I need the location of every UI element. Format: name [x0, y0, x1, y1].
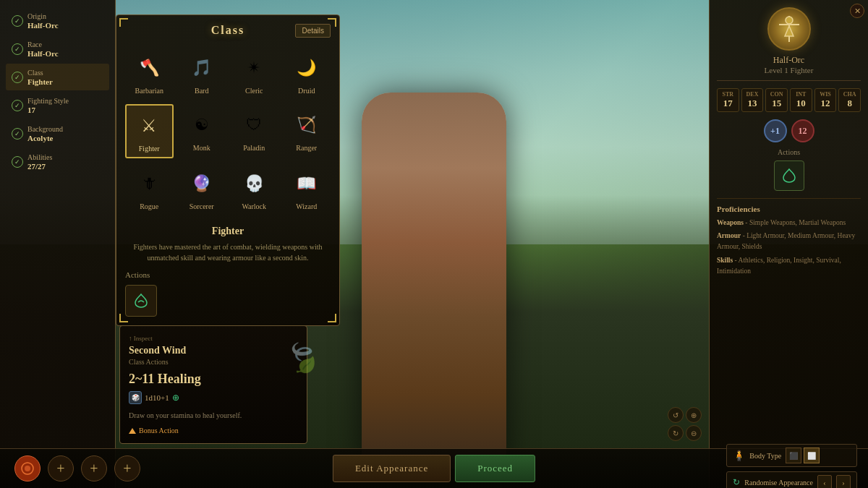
fighter-label: Fighter: [139, 145, 160, 153]
camera-btn-1[interactable]: ↺: [668, 407, 684, 423]
sorcerer-icon: 🔮: [186, 168, 218, 200]
wis-label: WIS: [820, 91, 831, 98]
tooltip-dice-row: 🎲 1d10+1 ⊕: [129, 391, 298, 404]
nav-item-race[interactable]: ✓ Race Half-Orc: [6, 35, 109, 62]
barbarian-icon: 🪓: [133, 52, 165, 84]
class-item-barbarian[interactable]: 🪓 Barbarian: [125, 47, 174, 100]
fighting-value: 17: [27, 106, 69, 114]
plus-btn-3[interactable]: +: [114, 455, 140, 481]
skills-label: Skills: [717, 257, 733, 264]
nav-item-origin[interactable]: ✓ Origin Half-Orc: [6, 7, 109, 34]
body-switch-btn-2[interactable]: ⬜: [804, 448, 820, 463]
race-value: Half-Orc: [27, 49, 59, 58]
main-menu-btn[interactable]: [14, 455, 41, 481]
randomise-label: Randomise Appearance: [744, 479, 813, 487]
char-class-title: Level 1 Fighter: [765, 66, 814, 74]
camera-btn-4[interactable]: ⊖: [686, 425, 702, 441]
corner-decoration-tl: [119, 18, 128, 27]
proficiencies-section: Proficiencies Weapons - Simple Weapons, …: [717, 198, 861, 277]
cleric-label: Cleric: [245, 87, 263, 95]
class-item-monk[interactable]: ☯ Monk: [178, 104, 226, 158]
stat-int: INT 10: [790, 88, 812, 112]
int-label: INT: [796, 91, 806, 98]
char-race: Half-Orc: [773, 55, 804, 66]
camera-row-2: ↻ ⊖: [668, 425, 702, 441]
origin-label: Origin: [27, 12, 59, 21]
camera-btn-2[interactable]: ⊕: [686, 407, 702, 423]
con-label: CON: [770, 91, 783, 98]
nav-item-fighting-style[interactable]: ✓ Fighting Style 17: [6, 92, 109, 119]
tooltip-description: Draw on your stamina to heal yourself.: [129, 410, 298, 421]
class-item-druid[interactable]: 🌙 Druid: [283, 47, 331, 100]
corner-decoration-bl: [119, 314, 128, 322]
fighting-check-icon: ✓: [12, 100, 23, 111]
abilities-check-icon: ✓: [12, 156, 23, 168]
nav-item-background[interactable]: ✓ Background Acolyte: [6, 120, 109, 147]
class-item-warlock[interactable]: 💀 Warlock: [230, 163, 278, 215]
class-item-ranger[interactable]: 🏹 Ranger: [283, 104, 331, 158]
bard-label: Bard: [195, 87, 208, 95]
druid-icon: 🌙: [291, 52, 323, 84]
edit-appearance-button[interactable]: Edit Appearance: [333, 455, 451, 482]
plus-btn-2[interactable]: +: [81, 455, 107, 481]
hp-value: 12: [799, 126, 807, 137]
bonus-triangle-icon: [129, 428, 136, 434]
tooltip-title: Second Wind: [129, 345, 298, 356]
armour-label: Armour: [717, 232, 741, 239]
proceed-button[interactable]: Proceed: [455, 455, 535, 482]
plus-btn-1[interactable]: +: [48, 455, 74, 481]
randomise-row: ↻ Randomise Appearance ‹ ›: [726, 471, 857, 488]
camera-btn-3[interactable]: ↻: [668, 425, 684, 441]
hp-item: 12: [791, 119, 814, 142]
str-label: STR: [723, 91, 734, 98]
tooltip-bonus-label: Bonus Action: [139, 427, 179, 435]
class-grid: 🪓 Barbarian 🎵 Bard ✴ Cleric 🌙 Druid ⚔ Fi…: [125, 47, 331, 215]
hp-circle: 12: [791, 119, 814, 142]
weapons-proficiency: Weapons - Simple Weapons, Martial Weapon…: [717, 218, 861, 228]
str-value: 17: [723, 98, 733, 109]
randomise-prev-btn[interactable]: ‹: [817, 475, 832, 488]
left-nav-panel: ✓ Origin Half-Orc ✓ Race Half-Orc ✓ Clas…: [0, 0, 116, 488]
origin-check-icon: ✓: [12, 15, 23, 27]
hp-ac-section: +1 12: [717, 119, 861, 142]
background-label: Background: [27, 124, 63, 134]
skills-value: Athletics, Religion, Insight, Survival, …: [717, 257, 841, 275]
class-item-sorcerer[interactable]: 🔮 Sorcerer: [178, 163, 226, 215]
con-value: 15: [772, 98, 781, 109]
rogue-label: Rogue: [140, 202, 158, 210]
character-header: Half-Orc Level 1 Fighter: [717, 7, 861, 81]
class-item-rogue[interactable]: 🗡 Rogue: [125, 163, 174, 215]
class-item-wizard[interactable]: 📖 Wizard: [283, 163, 331, 215]
class-item-paladin[interactable]: 🛡 Paladin: [230, 104, 278, 158]
svg-marker-3: [785, 26, 793, 36]
class-panel: Class 🪓 Barbarian 🎵 Bard ✴ Cleric 🌙 Drui…: [116, 14, 340, 326]
dex-label: DEX: [746, 91, 759, 98]
camera-controls: ↺ ⊕ ↻ ⊖: [668, 407, 702, 441]
randomise-next-btn[interactable]: ›: [836, 475, 851, 488]
close-icon: ✕: [854, 7, 861, 16]
second-wind-action-btn[interactable]: [125, 285, 157, 317]
class-item-bard[interactable]: 🎵 Bard: [178, 47, 226, 100]
right-panel-close-btn[interactable]: ✕: [850, 4, 864, 18]
right-action-icon[interactable]: [774, 160, 804, 191]
nav-item-class[interactable]: ✓ Class Fighter: [6, 64, 109, 90]
class-item-cleric[interactable]: ✴ Cleric: [230, 47, 278, 100]
ranger-icon: 🏹: [291, 109, 323, 141]
class-check-icon: ✓: [12, 72, 23, 83]
body-switch-btn-1[interactable]: ⬛: [786, 448, 801, 463]
bard-icon: 🎵: [186, 52, 218, 84]
class-item-fighter[interactable]: ⚔ Fighter: [125, 104, 174, 158]
stat-wis: WIS 12: [814, 88, 837, 112]
nav-item-abilities[interactable]: ✓ Abilities 27/27: [6, 148, 109, 175]
corner-decoration-br: [328, 314, 336, 322]
background-check-icon: ✓: [12, 128, 23, 140]
int-value: 10: [796, 98, 806, 109]
wis-value: 12: [820, 98, 830, 109]
sorcerer-label: Sorcerer: [190, 202, 214, 210]
stats-grid: STR 17 DEX 13 CON 15 INT 10 WIS 12 CHA 8: [717, 88, 861, 112]
details-button[interactable]: Details: [295, 24, 331, 38]
armour-proficiency: Armour - Light Armour, Medium Armour, He…: [717, 231, 861, 252]
stat-dex: DEX 13: [741, 88, 764, 112]
monk-label: Monk: [193, 144, 210, 152]
background-value: Acolyte: [27, 134, 63, 142]
